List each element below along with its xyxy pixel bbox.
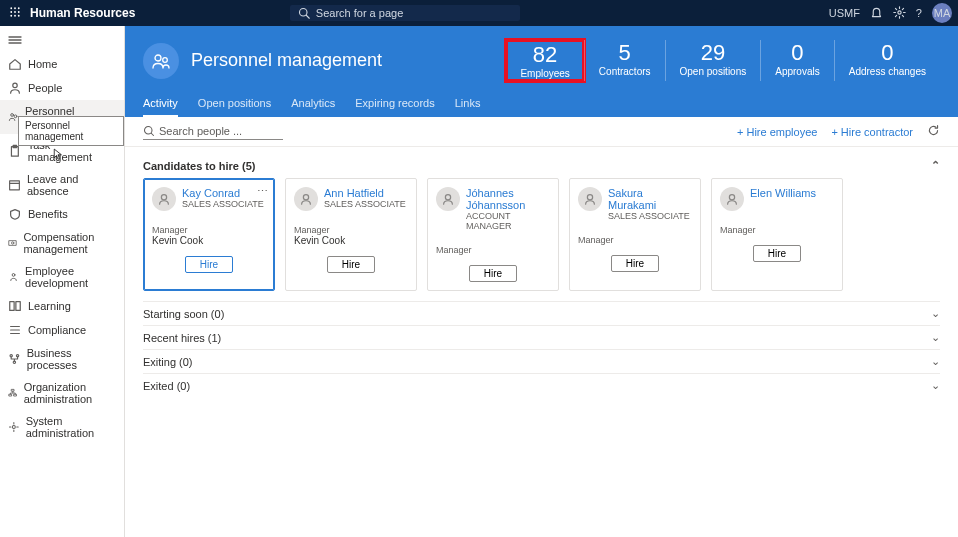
mouse-cursor-icon xyxy=(52,148,64,160)
sidebar-item-compliance[interactable]: Compliance xyxy=(0,318,124,342)
candidate-title: SALES ASSOCIATE xyxy=(324,199,406,209)
candidate-card[interactable]: Sakura MurakamiSALES ASSOCIATE Manager H… xyxy=(569,178,701,291)
global-search[interactable]: Search for a page xyxy=(290,5,520,21)
sidebar-item-compensation[interactable]: Compensation management xyxy=(0,226,124,260)
svg-rect-22 xyxy=(9,241,16,246)
svg-rect-20 xyxy=(10,181,20,190)
gear-icon[interactable] xyxy=(893,6,906,21)
stat-employees[interactable]: 82Employees xyxy=(506,40,583,81)
candidate-card[interactable]: Elen Williams Manager Hire xyxy=(711,178,843,291)
svg-point-16 xyxy=(11,114,14,117)
hire-button[interactable]: Hire xyxy=(611,255,659,272)
section-starting-soon[interactable]: Starting soon (0)⌄ xyxy=(143,301,940,325)
chevron-down-icon: ⌄ xyxy=(931,331,940,344)
svg-line-38 xyxy=(151,133,153,135)
candidate-card[interactable]: Ann HatfieldSALES ASSOCIATE Manager Kevi… xyxy=(285,178,417,291)
calendar-icon xyxy=(8,178,21,192)
avatar-icon xyxy=(720,187,744,211)
avatar-icon xyxy=(152,187,176,211)
sidebar-item-employee-dev[interactable]: Employee development xyxy=(0,260,124,294)
nav-sidebar: Personnel management Home People Personn… xyxy=(0,26,125,537)
stat-address-changes[interactable]: 0Address changes xyxy=(834,40,940,81)
hire-button[interactable]: Hire xyxy=(185,256,233,273)
section-exiting[interactable]: Exiting (0)⌄ xyxy=(143,349,940,373)
home-icon xyxy=(8,57,22,71)
clipboard-icon xyxy=(8,144,22,158)
search-people-input[interactable]: Search people ... xyxy=(143,123,283,140)
stat-open-positions[interactable]: 29Open positions xyxy=(665,40,761,81)
svg-point-5 xyxy=(18,11,20,13)
page-hero: Personnel management 82Employees 5Contra… xyxy=(125,26,958,117)
refresh-icon[interactable] xyxy=(927,124,940,139)
avatar-icon xyxy=(436,187,460,211)
candidate-name: Ann Hatfield xyxy=(324,187,406,199)
svg-point-8 xyxy=(18,14,20,16)
sidebar-item-benefits[interactable]: Benefits xyxy=(0,202,124,226)
stats-row: 82Employees 5Contractors 29Open position… xyxy=(506,40,940,81)
svg-point-24 xyxy=(12,274,15,277)
svg-point-36 xyxy=(163,57,168,62)
stat-approvals[interactable]: 0Approvals xyxy=(760,40,833,81)
company-code[interactable]: USMF xyxy=(829,7,860,19)
candidate-name: Sakura Murakami xyxy=(608,187,692,211)
candidate-card[interactable]: ⋯ Kay ConradSALES ASSOCIATE Manager Kevi… xyxy=(143,178,275,291)
hero-tabs: Activity Open positions Analytics Expiri… xyxy=(143,97,940,117)
sidebar-item-org-admin[interactable]: Organization administration xyxy=(0,376,124,410)
sidebar-item-home[interactable]: Home xyxy=(0,52,124,76)
svg-point-0 xyxy=(10,7,12,9)
growth-icon xyxy=(8,270,19,284)
chevron-up-icon: ⌃ xyxy=(931,159,940,172)
hire-button[interactable]: Hire xyxy=(753,245,801,262)
page-title: Personnel management xyxy=(191,50,382,71)
hero-people-icon xyxy=(143,43,179,79)
hire-contractor-button[interactable]: + Hire contractor xyxy=(831,126,913,138)
user-avatar[interactable]: MA xyxy=(932,3,952,23)
tab-analytics[interactable]: Analytics xyxy=(291,97,335,117)
benefits-icon xyxy=(8,207,22,221)
stat-contractors[interactable]: 5Contractors xyxy=(584,40,665,81)
sidebar-item-leave-absence[interactable]: Leave and absence xyxy=(0,168,124,202)
svg-point-1 xyxy=(14,7,16,9)
svg-point-2 xyxy=(18,7,20,9)
sidebar-item-business-proc[interactable]: Business processes xyxy=(0,342,124,376)
sidebar-item-learning[interactable]: Learning xyxy=(0,294,124,318)
money-icon xyxy=(8,236,17,250)
tab-expiring-records[interactable]: Expiring records xyxy=(355,97,434,117)
sidebar-collapse-icon[interactable] xyxy=(0,30,124,52)
org-icon xyxy=(8,386,18,400)
candidate-title: SALES ASSOCIATE xyxy=(608,211,692,221)
search-icon xyxy=(143,125,155,137)
hire-employee-button[interactable]: + Hire employee xyxy=(737,126,817,138)
candidate-manager: Kevin Cook xyxy=(294,235,408,246)
chevron-down-icon: ⌄ xyxy=(931,379,940,392)
people-icon xyxy=(8,81,22,95)
candidate-name: Elen Williams xyxy=(750,187,816,199)
svg-point-15 xyxy=(13,83,17,87)
book-icon xyxy=(8,299,22,313)
toolbar: Search people ... + Hire employee + Hire… xyxy=(125,117,958,147)
tab-open-positions[interactable]: Open positions xyxy=(198,97,271,117)
svg-point-17 xyxy=(14,115,17,118)
card-more-icon[interactable]: ⋯ xyxy=(257,185,268,198)
section-recent-hires[interactable]: Recent hires (1)⌄ xyxy=(143,325,940,349)
chevron-down-icon: ⌄ xyxy=(931,355,940,368)
section-exited[interactable]: Exited (0)⌄ xyxy=(143,373,940,397)
hire-button[interactable]: Hire xyxy=(327,256,375,273)
sidebar-item-people[interactable]: People xyxy=(0,76,124,100)
top-bar: Human Resources Search for a page USMF ?… xyxy=(0,0,958,26)
main-content: Personnel management 82Employees 5Contra… xyxy=(125,26,958,537)
svg-point-3 xyxy=(10,11,12,13)
bell-icon[interactable] xyxy=(870,6,883,21)
candidate-title: SALES ASSOCIATE xyxy=(182,199,264,209)
hire-button[interactable]: Hire xyxy=(469,265,517,282)
sidebar-item-sys-admin[interactable]: System administration xyxy=(0,410,124,444)
section-candidates-header[interactable]: Candidates to hire (5) ⌃ xyxy=(143,153,940,178)
list-icon xyxy=(8,323,22,337)
help-icon[interactable]: ? xyxy=(916,7,922,19)
candidate-card[interactable]: Jóhannes JóhannssonACCOUNT MANAGER Manag… xyxy=(427,178,559,291)
tab-links[interactable]: Links xyxy=(455,97,481,117)
app-launcher-icon[interactable] xyxy=(6,6,24,21)
candidate-manager: Kevin Cook xyxy=(152,235,266,246)
tab-activity[interactable]: Activity xyxy=(143,97,178,117)
svg-point-23 xyxy=(12,242,14,244)
